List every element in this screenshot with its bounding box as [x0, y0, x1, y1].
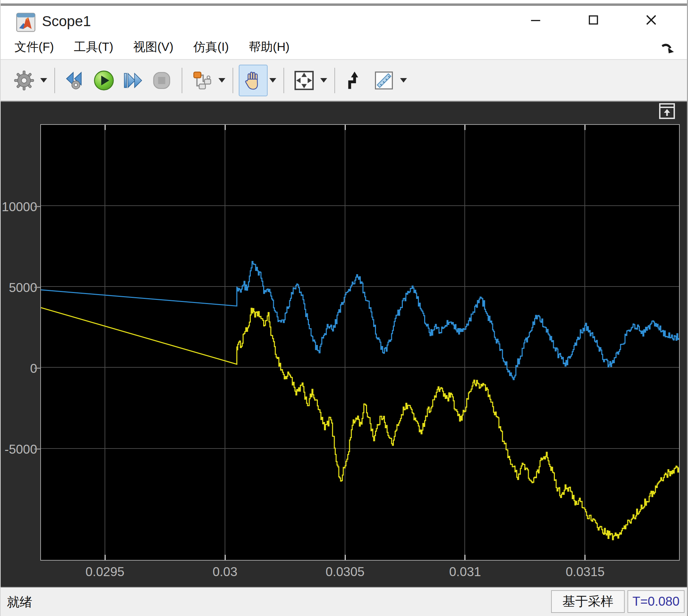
scope-window: Scope1 文件(F) 工具(T) 视图(V) 仿真(I) 帮助(H) — [0, 0, 688, 616]
toolbar-separator — [182, 68, 182, 93]
y-tick-label: 10000 — [1, 200, 37, 214]
toolbar — [1, 59, 687, 102]
status-bar: 就绪 基于采样 T=0.080 — [1, 587, 687, 616]
y-tick-mark — [34, 449, 41, 450]
x-tick-label: 0.0305 — [311, 565, 379, 579]
sample-mode-indicator: 基于采样 — [551, 590, 625, 613]
highlight-block-arrow-icon[interactable] — [659, 40, 676, 56]
cursor-measurements-button[interactable] — [369, 65, 398, 96]
settings-button[interactable] — [10, 65, 39, 96]
stop-button[interactable] — [147, 65, 176, 96]
x-tick-label: 0.03 — [191, 565, 259, 579]
pan-button[interactable] — [239, 65, 268, 96]
fit-to-view-button[interactable] — [290, 65, 319, 96]
menu-simulation[interactable]: 仿真(I) — [186, 37, 236, 57]
y-tick-label: 5000 — [1, 281, 37, 295]
step-back-button[interactable] — [61, 65, 89, 96]
pan-dropdown-caret[interactable] — [268, 65, 278, 96]
expand-axes-icon[interactable] — [659, 103, 675, 119]
menu-tools[interactable]: 工具(T) — [66, 37, 121, 57]
x-tick-label: 0.0295 — [71, 565, 139, 579]
scope-display-panel: 10000 5000 0 -5000 0.0295 0.03 0.0305 0.… — [1, 102, 687, 587]
close-button[interactable] — [631, 7, 672, 33]
cursor-measurements-dropdown-caret[interactable] — [398, 65, 409, 96]
window-controls — [515, 7, 677, 33]
sim-time-indicator: T=0.080 — [627, 590, 685, 613]
x-tick-label: 0.0315 — [551, 565, 620, 579]
window-frame-edge — [1, 3, 687, 6]
maximize-button[interactable] — [573, 7, 614, 33]
step-forward-button[interactable] — [118, 65, 147, 96]
menu-help[interactable]: 帮助(H) — [241, 37, 297, 57]
menu-bar: 文件(F) 工具(T) 视图(V) 仿真(I) 帮助(H) — [1, 34, 687, 59]
scope-plot-canvas[interactable] — [40, 124, 680, 561]
signal-selector-button[interactable] — [188, 65, 217, 96]
y-tick-mark — [34, 368, 41, 369]
toolbar-separator — [334, 68, 335, 93]
fit-to-view-dropdown-caret[interactable] — [319, 65, 329, 96]
signal-selector-dropdown-caret[interactable] — [217, 65, 227, 96]
run-button[interactable] — [89, 65, 118, 96]
menu-view[interactable]: 视图(V) — [126, 37, 181, 57]
toolbar-separator — [283, 68, 284, 93]
y-tick-mark — [34, 287, 41, 288]
settings-dropdown-caret[interactable] — [39, 65, 49, 96]
title-bar: Scope1 — [1, 0, 687, 34]
status-text: 就绪 — [7, 594, 32, 611]
minimize-button[interactable] — [515, 7, 556, 33]
menu-file[interactable]: 文件(F) — [7, 37, 62, 57]
toolbar-separator — [54, 68, 55, 93]
y-tick-label: -5000 — [1, 442, 37, 457]
toolbar-separator — [233, 68, 233, 93]
y-tick-label: 0 — [1, 361, 37, 376]
matlab-scope-icon — [16, 12, 36, 32]
trigger-button[interactable] — [341, 65, 369, 96]
window-title: Scope1 — [42, 13, 91, 30]
y-tick-mark — [34, 206, 41, 207]
x-tick-label: 0.031 — [431, 565, 499, 579]
